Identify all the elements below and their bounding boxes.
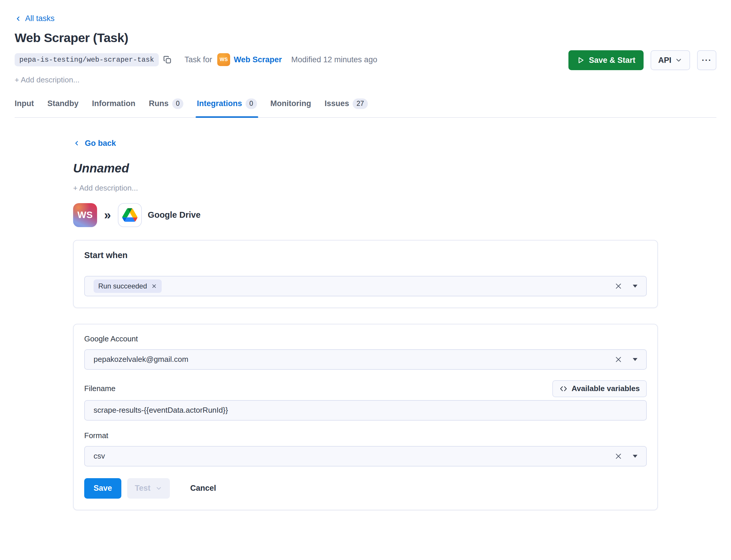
double-chevron-right-icon: » (104, 208, 111, 222)
google-account-value: pepakozelvalek@gmail.com (94, 355, 188, 364)
header-actions: Save & Start API ··· (568, 50, 716, 70)
google-account-label: Google Account (84, 334, 138, 343)
remove-tag-icon[interactable] (151, 283, 157, 289)
tab-integrations[interactable]: Integrations 0 (197, 98, 257, 117)
ws-actor-icon: WS (217, 53, 230, 66)
dropdown-caret-icon[interactable] (633, 358, 637, 361)
add-description-link[interactable]: + Add description... (15, 75, 79, 84)
google-account-select[interactable]: pepakozelvalek@gmail.com (84, 349, 647, 370)
tab-issues[interactable]: Issues 27 (324, 98, 368, 117)
runs-count-badge: 0 (172, 98, 184, 109)
filename-label: Filename (84, 384, 115, 393)
modified-timestamp: Modified 12 minutes ago (291, 55, 377, 64)
task-path-badge: pepa-is-testing/web-scraper-task (15, 53, 159, 66)
available-variables-button[interactable]: Available variables (552, 380, 647, 397)
start-when-card: Start when Run succeeded (73, 240, 658, 308)
page-title: Web Scraper (Task) (15, 31, 716, 45)
tab-runs[interactable]: Runs 0 (149, 98, 183, 117)
chevron-left-icon (73, 140, 80, 147)
all-tasks-link[interactable]: All tasks (15, 0, 55, 23)
chevron-down-icon (675, 56, 682, 64)
copy-icon[interactable] (163, 55, 172, 64)
go-back-link[interactable]: Go back (73, 139, 116, 148)
format-select[interactable]: csv (84, 446, 647, 466)
tab-standby[interactable]: Standby (47, 98, 79, 117)
save-and-start-button[interactable]: Save & Start (568, 50, 644, 70)
tab-information[interactable]: Information (92, 98, 136, 117)
run-succeeded-tag: Run succeeded (94, 279, 162, 293)
actor-link[interactable]: Web Scraper (234, 55, 282, 64)
play-icon (577, 56, 585, 64)
integration-detail-panel: Go back Unnamed + Add description... WS … (73, 139, 658, 510)
all-tasks-label: All tasks (25, 14, 55, 23)
filename-input[interactable] (84, 400, 647, 421)
task-for-label: Task for (184, 55, 212, 64)
form-actions-row: Save Test Cancel (84, 478, 647, 499)
integration-name[interactable]: Unnamed (73, 161, 658, 175)
api-button[interactable]: API (651, 50, 690, 70)
integration-add-description-link[interactable]: + Add description... (73, 184, 138, 193)
clear-select-icon[interactable] (615, 452, 622, 460)
tab-bar: Input Standby Information Runs 0 Integra… (15, 98, 716, 118)
tab-input[interactable]: Input (15, 98, 34, 117)
web-scraper-icon: WS (73, 203, 97, 227)
integration-settings-card: Google Account pepakozelvalek@gmail.com … (73, 324, 658, 510)
task-page: All tasks Web Scraper (Task) pepa-is-tes… (0, 0, 731, 560)
more-options-button[interactable]: ··· (697, 50, 716, 70)
clear-select-icon[interactable] (615, 282, 622, 290)
chevron-left-icon (15, 15, 22, 22)
issues-count-badge: 27 (352, 98, 368, 109)
clear-select-icon[interactable] (615, 356, 622, 363)
dropdown-caret-icon[interactable] (633, 455, 637, 458)
start-when-title: Start when (84, 250, 647, 260)
test-button[interactable]: Test (127, 478, 170, 499)
save-button[interactable]: Save (84, 478, 121, 499)
integration-connection-row: WS » Google Drive (73, 203, 658, 227)
integrations-count-badge: 0 (246, 98, 257, 109)
chevron-down-icon (155, 485, 162, 492)
ellipsis-icon: ··· (702, 56, 712, 65)
google-drive-icon (118, 203, 142, 227)
target-service-name: Google Drive (148, 210, 200, 220)
start-when-select[interactable]: Run succeeded (84, 276, 647, 296)
filename-label-row: Filename Available variables (84, 380, 647, 397)
dropdown-caret-icon[interactable] (633, 285, 637, 288)
code-brackets-icon (559, 385, 568, 393)
cancel-button[interactable]: Cancel (189, 483, 218, 493)
tab-monitoring[interactable]: Monitoring (270, 98, 311, 117)
format-label: Format (84, 431, 647, 440)
format-value: csv (94, 452, 105, 461)
go-back-label: Go back (85, 139, 116, 148)
